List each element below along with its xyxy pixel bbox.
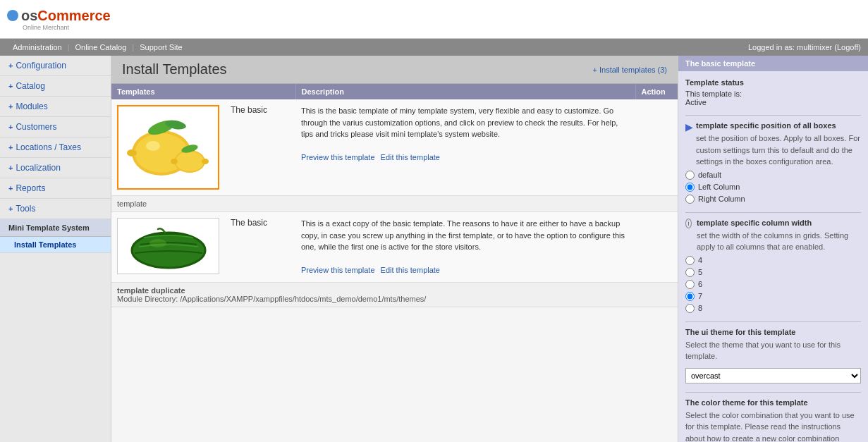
nav-support-site[interactable]: Support Site xyxy=(134,43,188,51)
content-area: Install Templates + Install templates (3… xyxy=(111,56,678,442)
template-thumbnail-basic xyxy=(117,105,219,190)
plus-icon: + xyxy=(8,204,13,213)
panel-divider-4 xyxy=(685,392,861,393)
ui-theme-title: The ui theme for this template xyxy=(685,328,861,336)
plus-icon: + xyxy=(8,82,13,90)
plus-icon: + xyxy=(8,184,13,192)
sidebar-item-label: Configuration xyxy=(16,61,66,70)
right-panel-header: The basic template xyxy=(678,56,868,71)
sidebar-item-label: Tools xyxy=(16,204,35,214)
template-action-cell-1 xyxy=(635,99,678,196)
templates-table: Templates Description Action xyxy=(111,84,678,307)
logo-subtitle: Online Merchant xyxy=(23,24,111,31)
sidebar-item-modules[interactable]: + Modules xyxy=(0,97,111,117)
column-width-title: template specific column width xyxy=(697,219,861,227)
sidebar-item-configuration[interactable]: + Configuration xyxy=(0,56,111,76)
sidebar-item-tools[interactable]: + Tools xyxy=(0,199,111,219)
panel-ui-theme: The ui theme for this template Select th… xyxy=(685,328,861,383)
sidebar-item-reports[interactable]: + Reports xyxy=(0,178,111,199)
plus-icon: + xyxy=(8,143,13,152)
template-image-cell xyxy=(111,99,225,196)
page-header: Install Templates + Install templates (3… xyxy=(111,56,678,84)
header: osCommerce Online Merchant xyxy=(0,0,868,39)
sidebar: + Configuration + Catalog + Modules + Cu… xyxy=(0,56,111,442)
edit-template-2[interactable]: Edit this template xyxy=(381,266,440,274)
col-templates: Templates xyxy=(111,84,295,99)
sidebar-item-localization[interactable]: + Localization xyxy=(0,158,111,178)
position-desc: set the position of boxes. Apply to all … xyxy=(696,133,861,168)
svg-point-10 xyxy=(202,159,209,164)
svg-point-8 xyxy=(176,152,204,171)
plus-icon: + xyxy=(8,123,13,131)
template-image-cell-2 xyxy=(111,212,225,283)
svg-point-9 xyxy=(171,159,178,164)
svg-point-2 xyxy=(127,149,137,156)
position-arrow-icon: ▶ xyxy=(685,121,693,133)
position-title: template specific position of all boxes xyxy=(696,121,861,130)
status-title: Template status xyxy=(685,78,861,87)
panel-position: ▶ template specific position of all boxe… xyxy=(685,121,861,204)
page-title: Install Templates xyxy=(122,61,227,78)
table-row: The basic This is a exact copy of the ba… xyxy=(111,212,678,283)
sidebar-item-catalog[interactable]: + Catalog xyxy=(0,76,111,97)
plus-icon: + xyxy=(8,61,13,70)
col-width-radio-8[interactable] xyxy=(685,304,695,313)
template-name-basic: The basic xyxy=(225,99,295,196)
col-width-radio-7[interactable] xyxy=(685,292,695,301)
col-width-radio-5[interactable] xyxy=(685,268,695,277)
sidebar-item-locations-taxes[interactable]: + Locations / Taxes xyxy=(0,137,111,158)
lemon-image xyxy=(126,112,211,183)
col-width-radio-6[interactable] xyxy=(685,280,695,289)
info-icon: i xyxy=(685,219,692,228)
column-width-desc: set the width of the columns in grids. S… xyxy=(697,230,861,253)
template-footer-2: template duplicate Module Directory: /Ap… xyxy=(111,282,678,307)
status-text: This template is: Active xyxy=(685,90,861,106)
preview-template-2[interactable]: Preview this template xyxy=(301,266,375,274)
template-thumbnail-duplicate xyxy=(117,218,219,274)
nav-bar: Administration | Online Catalog | Suppor… xyxy=(0,39,868,56)
panel-color-theme: The color theme for this template Select… xyxy=(685,398,861,443)
edit-template-1[interactable]: Edit this template xyxy=(381,153,440,161)
col-width-option-4: 4 xyxy=(685,256,861,265)
template-footer-1: template xyxy=(111,196,678,212)
panel-template-status: Template status This template is: Active xyxy=(685,78,861,106)
nav-administration[interactable]: Administration xyxy=(7,43,68,51)
nav-online-catalog[interactable]: Online Catalog xyxy=(70,43,133,51)
col-width-option-8: 8 xyxy=(685,304,861,313)
color-theme-title: The color theme for this template xyxy=(685,398,861,407)
watermelon-image xyxy=(126,223,211,269)
logo-container: osCommerce Online Merchant xyxy=(7,8,111,31)
template-footer-row-1: template xyxy=(111,196,678,212)
col-description: Description xyxy=(295,84,635,99)
col-width-option-6: 6 xyxy=(685,280,861,289)
template-footer-row-2: template duplicate Module Directory: /Ap… xyxy=(111,282,678,307)
sidebar-item-label: Reports xyxy=(16,183,45,193)
plus-icon: + xyxy=(8,164,13,172)
position-radio-right[interactable] xyxy=(685,195,695,204)
panel-column-width: i template specific column width set the… xyxy=(685,219,861,313)
sidebar-section-mini-template: Mini Template System xyxy=(0,219,111,237)
sidebar-item-label: Locations / Taxes xyxy=(16,142,81,152)
sidebar-item-label: Modules xyxy=(16,102,47,111)
panel-divider-1 xyxy=(685,115,861,116)
panel-divider-3 xyxy=(685,321,861,322)
ui-theme-select[interactable]: overcast default dark xyxy=(685,368,861,383)
col-action: Action xyxy=(635,84,678,99)
position-radio-left[interactable] xyxy=(685,183,695,192)
color-theme-desc: Select the color combination that you wa… xyxy=(685,410,861,443)
sidebar-item-install-templates[interactable]: Install Templates xyxy=(0,237,111,253)
sidebar-item-customers[interactable]: + Customers xyxy=(0,117,111,137)
position-radio-default[interactable] xyxy=(685,171,695,180)
col-width-option-5: 5 xyxy=(685,268,861,277)
template-desc-duplicate: This is a exact copy of the basic templa… xyxy=(295,212,635,283)
right-panel: The basic template Template status This … xyxy=(678,56,868,442)
col-width-radio-4[interactable] xyxy=(685,256,695,265)
install-templates-link[interactable]: + Install templates (3) xyxy=(593,66,667,74)
main-layout: + Configuration + Catalog + Modules + Cu… xyxy=(0,56,868,442)
svg-point-4 xyxy=(146,141,160,151)
position-option-left: Left Column xyxy=(685,183,861,192)
preview-template-1[interactable]: Preview this template xyxy=(301,153,375,161)
col-width-option-7: 7 xyxy=(685,292,861,301)
logged-in-status: Logged in as: multimixer (Logoff) xyxy=(748,43,861,51)
ui-theme-desc: Select the theme that you want to use fo… xyxy=(685,339,861,362)
